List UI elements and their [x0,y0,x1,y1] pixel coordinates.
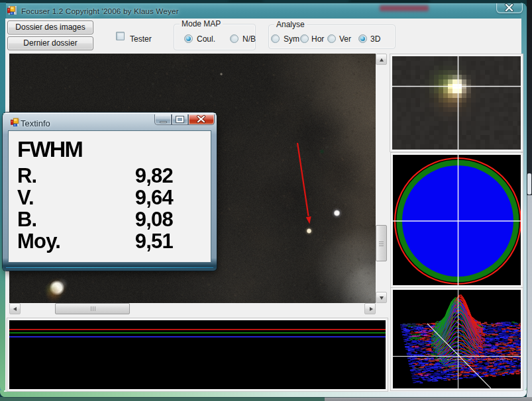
maximize-button[interactable] [172,114,188,125]
radio-coul[interactable] [184,34,193,43]
blurred-red-text [380,5,429,11]
analyse-label: Analyse [274,20,307,29]
maximize-icon [176,116,184,122]
radio-sym[interactable] [271,34,280,43]
tester-checkbox[interactable] [116,32,125,40]
close-button[interactable] [496,3,523,13]
fwhm-row-value: 9,08 [135,208,173,232]
fwhm-row-label: R. [17,164,36,188]
scroll-down-button[interactable] [376,292,387,303]
mode-map-label: Mode MAP [180,19,223,28]
radio-3d-label: 3D [370,34,380,44]
minimize-button[interactable] [154,114,172,125]
textinfo-window[interactable]: Textinfo FWHM R. 9,82 V. 9,64 B. 9,08 Mo… [3,112,217,271]
fwhm-row-label: Moy. [17,230,60,253]
thumb-grip-icon [91,306,91,311]
background-right-light [527,195,532,401]
button-label: Dossier des images [15,22,85,32]
app-icon [7,6,17,15]
profile-panel [7,318,388,391]
radio-coul-label: Coul. [197,34,215,44]
textinfo-close-button[interactable] [188,114,215,125]
textinfo-glass-line [6,267,213,269]
thumb-grip-icon [379,242,384,242]
tester-label: Tester [130,34,152,44]
dernier-dossier-button[interactable]: Dernier dossier [7,36,93,50]
radio-ver-label: Ver [339,34,351,44]
mask-panel [391,153,523,287]
fwhm-row-label: B. [17,208,36,232]
radio-sym-label: Sym [284,34,299,44]
background-right-dark [527,0,532,195]
window-title: Focuser 1.2 Copyright '2006 by Klaus Wey… [21,7,179,16]
radio-3d[interactable] [358,34,367,43]
textinfo-client: FWHM R. 9,82 V. 9,64 B. 9,08 Moy. 9,51 [8,130,211,263]
v-scroll-thumb[interactable] [376,225,387,261]
blue-profile-line [9,336,386,337]
right-arrow-icon [370,307,373,311]
h-scrollbar[interactable] [9,303,376,314]
radio-ver[interactable] [327,34,336,43]
red-profile-line [9,329,386,330]
left-arrow-icon [13,307,17,311]
radio-hor-label: Hor [311,34,324,44]
radio-nb-label: N/B [242,34,256,44]
button-label: Dernier dossier [23,38,77,48]
fwhm-row-label: V. [17,186,34,210]
minimize-icon [160,121,167,123]
scroll-left-button[interactable] [9,303,21,314]
down-arrow-icon [380,296,384,300]
star-zoom-panel [390,54,523,152]
radio-hor[interactable] [300,34,309,43]
fwhm-row-value: 9,51 [135,230,173,253]
screenshot-stage: Focuser 1.2 Copyright '2006 by Klaus Wey… [0,0,532,401]
textinfo-icon [11,118,20,126]
dossier-des-images-button[interactable]: Dossier des images [7,21,93,34]
surface-3d-panel [391,288,523,390]
h-scroll-thumb[interactable] [55,303,130,314]
scroll-right-button[interactable] [364,303,376,314]
green-profile-line [9,332,386,334]
up-arrow-icon [380,58,384,62]
background-scrollbar-thumb [527,173,531,195]
background-bottom-strip [0,397,532,401]
radio-nb[interactable] [230,34,239,43]
v-scrollbar[interactable] [376,54,387,303]
scroll-up-button[interactable] [376,54,387,65]
textinfo-title: Textinfo [21,118,50,128]
fwhm-row-value: 9,82 [135,164,173,188]
fwhm-heading: FWHM [17,136,82,162]
fwhm-row-value: 9,64 [135,186,173,210]
